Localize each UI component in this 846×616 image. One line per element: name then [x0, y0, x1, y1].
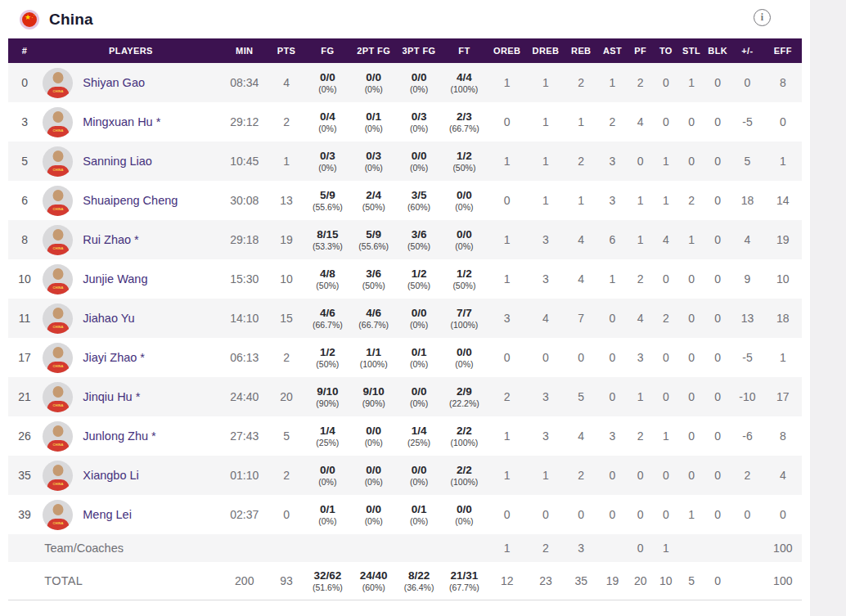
- player-avatar: CHINA: [43, 343, 73, 373]
- starters-note: * Starters: [20, 614, 810, 616]
- stat-stl: 0: [678, 102, 704, 142]
- stat-fg: 1/2(50%): [304, 338, 350, 377]
- stat-dreb: 1: [527, 142, 565, 181]
- stat-to: 0: [654, 338, 678, 377]
- stat-min: 29:12: [221, 102, 268, 142]
- avatar-jersey-label: CHINA: [52, 519, 64, 525]
- col-reb: REB: [565, 38, 597, 63]
- stat-dreb: 3: [527, 259, 565, 299]
- box-score-table-wrap: # PLAYERS MIN PTS FG 2PT FG 3PT FG FT OR…: [0, 38, 810, 600]
- table-row: 35 CHINA Xiangbo Li 01:10 2 0/0(0%) 0/0(…: [8, 456, 802, 495]
- player-name-link[interactable]: Rui Zhao *: [83, 233, 139, 246]
- stat-3ptfg: 0/0(0%): [397, 299, 441, 338]
- team-name: China: [49, 11, 93, 29]
- stat-ast: 2: [597, 102, 627, 142]
- stat-stl: 0: [678, 377, 704, 416]
- stat-reb: 1: [565, 102, 597, 142]
- team-reb: 3: [565, 534, 597, 562]
- col-min: MIN: [221, 38, 268, 63]
- stat-fg: 0/1(0%): [304, 495, 350, 534]
- avatar-head: [52, 111, 63, 123]
- player-number: 17: [8, 338, 41, 377]
- player-avatar: CHINA: [43, 186, 73, 216]
- stat-3ptfg: 0/0(0%): [397, 456, 441, 495]
- player-number: 3: [8, 102, 41, 142]
- player-avatar: CHINA: [43, 68, 73, 98]
- stat-oreb: 0: [488, 181, 527, 220]
- stat-2ptfg: 0/0(0%): [351, 63, 397, 102]
- avatar-jersey-label: CHINA: [52, 402, 64, 407]
- stat-blk: 0: [704, 456, 731, 495]
- stat-pts: 2: [268, 456, 304, 495]
- player-name-link[interactable]: Jinqiu Hu *: [83, 390, 140, 403]
- player-name-link[interactable]: Shiyan Gao: [83, 76, 145, 89]
- stat-dreb: 3: [527, 416, 565, 456]
- table-header: # PLAYERS MIN PTS FG 2PT FG 3PT FG FT OR…: [8, 38, 802, 63]
- player-name-link[interactable]: Sanning Liao: [83, 155, 152, 168]
- player-avatar: CHINA: [43, 146, 73, 177]
- stat-plusminus: -10: [731, 377, 763, 416]
- stat-to: 0: [654, 259, 678, 299]
- summary-rows: Team/Coaches 1 2 3 0 1 100: [8, 534, 802, 600]
- avatar-head: [52, 504, 63, 515]
- stat-pf: 1: [628, 220, 654, 259]
- stat-oreb: 1: [488, 416, 527, 456]
- stat-eff: 0: [764, 102, 802, 142]
- stat-min: 02:37: [221, 495, 268, 534]
- player-name-link[interactable]: Jiahao Yu: [83, 312, 134, 325]
- stat-2ptfg: 0/0(0%): [351, 456, 397, 495]
- player-name-link[interactable]: Mingxuan Hu *: [83, 115, 160, 128]
- stat-fg: 9/10(90%): [304, 377, 350, 416]
- stat-reb: 0: [565, 495, 597, 534]
- stat-3ptfg: 0/0(0%): [397, 377, 441, 416]
- stat-pf: 4: [628, 299, 654, 338]
- player-name-link[interactable]: Xiangbo Li: [83, 469, 139, 482]
- page: China # PLAYERS MIN PTS: [0, 0, 846, 616]
- stat-pf: 0: [628, 495, 654, 534]
- player-avatar: CHINA: [43, 421, 73, 452]
- stat-reb: 7: [565, 299, 597, 338]
- total-stl: 5: [678, 562, 704, 600]
- stat-3ptfg: 1/2(50%): [397, 259, 441, 299]
- stat-ft: 2/2(100%): [441, 456, 487, 495]
- player-name-link[interactable]: Jiayi Zhao *: [83, 351, 145, 364]
- player-number: 8: [8, 220, 41, 259]
- player-name-link[interactable]: Junjie Wang: [83, 272, 147, 286]
- stat-pf: 1: [628, 377, 654, 416]
- avatar-head: [52, 425, 63, 437]
- avatar-head: [52, 229, 63, 241]
- stat-blk: 0: [704, 220, 731, 259]
- avatar-head: [52, 268, 63, 280]
- avatar-head: [52, 308, 63, 319]
- avatar-jersey-shape: CHINA: [47, 519, 69, 530]
- team-coaches-row: Team/Coaches 1 2 3 0 1 100: [8, 534, 802, 562]
- player-name-link[interactable]: Shuaipeng Cheng: [83, 194, 178, 207]
- page-background-gutter: [810, 0, 846, 616]
- stat-pf: 2: [628, 259, 654, 299]
- stat-oreb: 0: [488, 338, 527, 377]
- avatar-jersey-shape: CHINA: [47, 205, 69, 216]
- avatar-jersey-label: CHINA: [52, 323, 64, 329]
- stat-pts: 19: [268, 220, 304, 259]
- avatar-jersey-label: CHINA: [52, 480, 64, 486]
- col-plusminus: +/-: [731, 38, 763, 63]
- stat-2ptfg: 0/3(0%): [351, 142, 397, 181]
- stat-ft: 2/3(66.7%): [441, 102, 487, 142]
- stat-reb: 2: [565, 142, 597, 181]
- info-icon[interactable]: [754, 9, 771, 26]
- avatar-head: [52, 386, 63, 398]
- stat-fg: 0/3(0%): [304, 142, 350, 181]
- player-name-link[interactable]: Junlong Zhu *: [83, 429, 155, 443]
- total-min: 200: [221, 562, 268, 600]
- stat-to: 4: [654, 220, 678, 259]
- team-to: 1: [654, 534, 678, 562]
- avatar-jersey-label: CHINA: [52, 245, 64, 250]
- box-score-table: # PLAYERS MIN PTS FG 2PT FG 3PT FG FT OR…: [8, 38, 802, 600]
- col-3ptfg: 3PT FG: [397, 38, 441, 63]
- player-name-link[interactable]: Meng Lei: [83, 508, 132, 521]
- stat-2ptfg: 0/0(0%): [351, 416, 397, 456]
- stat-3ptfg: 3/5(60%): [397, 181, 441, 220]
- stat-oreb: 2: [488, 377, 527, 416]
- stat-2ptfg: 2/4(50%): [351, 181, 397, 220]
- stat-2ptfg: 5/9(55.6%): [351, 220, 397, 259]
